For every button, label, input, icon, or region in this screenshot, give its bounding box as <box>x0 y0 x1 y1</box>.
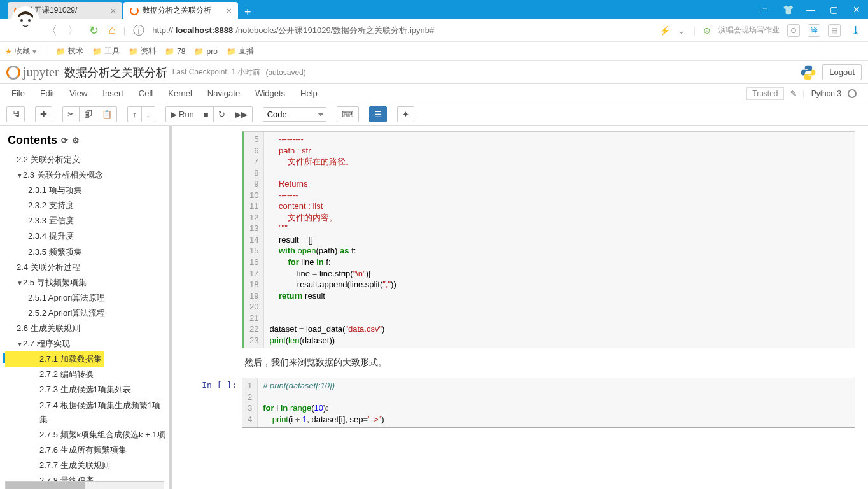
menu-navigate[interactable]: Navigate <box>207 89 240 98</box>
notebook-area[interactable]: 567891011121314151617181920212223 ------… <box>172 126 868 489</box>
toc-item[interactable]: ▼2.5 寻找频繁项集 <box>5 275 167 290</box>
toc-item[interactable]: ▼2.3 关联分析相关概念 <box>5 167 167 183</box>
browser-titlebar: 公开课191029/ × 数据分析之关联分析 × + ≡ 👕 — ▢ ✕ <box>0 0 868 19</box>
toc-item[interactable]: 2.3.2 支持度 <box>5 198 167 213</box>
edit-icon[interactable]: ✎ <box>790 89 797 98</box>
toc-item[interactable]: 2.7.1 加载数据集 <box>5 351 104 367</box>
save-button[interactable]: 🖫 <box>6 106 25 122</box>
toc-item[interactable]: 2.7.6 生成所有频繁项集 <box>5 443 167 458</box>
window-controls: ≡ 👕 — ▢ ✕ <box>753 0 868 19</box>
code-editor[interactable]: --------- path : str 文件所在的路径。 Returns --… <box>264 132 401 348</box>
toc-item[interactable]: 2.7.4 根据候选1项集生成频繁1项集 <box>5 398 167 427</box>
home-button[interactable]: ⌂ <box>106 22 118 38</box>
markdown-cell[interactable]: 然后，我们来浏览数据的大致形式。 <box>185 353 855 372</box>
toc-item[interactable]: 2.3.3 置信度 <box>5 213 167 229</box>
refresh-icon[interactable]: ⟳ <box>61 136 68 145</box>
toc-item[interactable]: 2.4 关联分析过程 <box>5 260 167 275</box>
bookmark-folder[interactable]: 📁工具 <box>92 46 120 57</box>
url-input[interactable]: http://localhost:8888/notebooks/公开课19102… <box>152 25 654 36</box>
menu-cell[interactable]: Cell <box>139 89 153 98</box>
new-tab-button[interactable]: + <box>239 6 256 19</box>
menu-insert[interactable]: Insert <box>102 89 123 98</box>
close-icon[interactable]: × <box>227 6 232 16</box>
toc-item[interactable]: 2.3.4 提升度 <box>5 229 167 244</box>
toc-item[interactable]: 2.2 关联分析定义 <box>5 152 167 167</box>
close-icon[interactable]: × <box>111 6 116 16</box>
jupyter-logo[interactable]: jupyter <box>6 65 59 80</box>
browser-tab-1[interactable]: 数据分析之关联分析 × <box>123 2 238 19</box>
toc-item[interactable]: 2.3.1 项与项集 <box>5 183 167 198</box>
browser-avatar[interactable] <box>10 5 41 36</box>
bookmark-folder[interactable]: 📁pro <box>194 47 217 56</box>
menu-kernel[interactable]: Kernel <box>168 89 192 98</box>
toc-item[interactable]: 2.7.2 编码转换 <box>5 367 167 382</box>
command-palette-button[interactable]: ✦ <box>397 106 414 122</box>
search-button[interactable]: Q <box>787 24 800 37</box>
cell-type-select[interactable]: Code <box>263 107 326 122</box>
toc-item[interactable]: ▼2.7 程序实现 <box>5 336 167 351</box>
search-hint: 演唱会现场写作业 <box>718 25 780 36</box>
menu-file[interactable]: File <box>11 89 25 98</box>
toc-item[interactable]: 2.7.7 生成关联规则 <box>5 458 167 473</box>
flash-icon[interactable]: ⚡ <box>659 25 670 36</box>
scan-icon[interactable]: ⊙ <box>703 25 711 36</box>
keyboard-button[interactable]: ⌨ <box>337 106 359 122</box>
extension-button[interactable]: ▤ <box>828 24 841 37</box>
toc-item[interactable]: 2.6 生成关联规则 <box>5 321 167 336</box>
chevron-down-icon[interactable]: ⌄ <box>678 25 685 36</box>
code-editor[interactable]: # print(dataset[:10]) for i in range(10)… <box>258 378 389 427</box>
horizontal-scrollbar[interactable] <box>5 481 164 489</box>
bookmark-folder[interactable]: 📁直播 <box>227 46 254 57</box>
trusted-indicator[interactable]: Trusted <box>746 87 783 100</box>
favorites-button[interactable]: ★收藏▾ <box>5 46 36 57</box>
cut-button[interactable]: ✂ <box>62 106 80 122</box>
toc-item[interactable]: 2.7.5 频繁k项集组合成候选k + 1项 <box>5 427 167 443</box>
info-icon[interactable]: ⓘ <box>130 22 147 39</box>
toc-item[interactable]: 2.3.5 频繁项集 <box>5 244 167 260</box>
menu-help[interactable]: Help <box>300 89 318 98</box>
toc-item[interactable]: 2.7.3 生成候选1项集列表 <box>5 382 167 397</box>
skin-icon[interactable]: 👕 <box>776 0 799 19</box>
code-cell[interactable]: In [ ]: 1234 # print(dataset[:10]) for i… <box>185 378 855 427</box>
logout-button[interactable]: Logout <box>822 64 862 80</box>
tab-title: 数据分析之关联分析 <box>143 5 211 16</box>
menu-view[interactable]: View <box>69 89 87 98</box>
minimize-button[interactable]: — <box>799 0 822 19</box>
back-button[interactable]: 〈 <box>43 22 60 39</box>
move-up-button[interactable]: ↑ <box>127 106 142 122</box>
svg-point-0 <box>11 6 39 34</box>
jupyter-header: jupyter 数据分析之关联分析 Last Checkpoint: 1 小时前… <box>0 61 868 84</box>
copy-button[interactable]: 🗐 <box>79 106 97 122</box>
paste-button[interactable]: 📋 <box>97 106 117 122</box>
insert-cell-button[interactable]: ✚ <box>35 106 52 122</box>
restart-run-all-button[interactable]: ▶▶ <box>230 106 253 122</box>
gear-icon[interactable]: ⚙ <box>72 136 80 145</box>
main-area: Contents ⟳ ⚙ 2.2 关联分析定义▼2.3 关联分析相关概念2.3.… <box>0 126 868 489</box>
toc-toggle-button[interactable]: ☰ <box>369 106 387 122</box>
notebook-title[interactable]: 数据分析之关联分析 <box>64 65 167 80</box>
translate-button[interactable]: 译 <box>808 24 820 37</box>
jupyter-favicon <box>130 6 139 15</box>
restart-button[interactable]: ↻ <box>213 106 230 122</box>
forward-button[interactable]: 〉 <box>65 22 81 39</box>
jupyter-icon <box>6 66 20 80</box>
bookmark-folder[interactable]: 📁78 <box>165 47 185 56</box>
download-button[interactable]: ⤓ <box>848 22 863 39</box>
bookmark-folder[interactable]: 📁资料 <box>129 46 156 57</box>
run-button[interactable]: ▶ Run <box>165 106 199 122</box>
code-cell[interactable]: 567891011121314151617181920212223 ------… <box>185 131 855 348</box>
menu-edit[interactable]: Edit <box>40 89 54 98</box>
python-logo-icon <box>799 64 817 82</box>
svg-point-2 <box>28 19 31 22</box>
toc-item[interactable]: 2.5.1 Apriori算法原理 <box>5 290 167 306</box>
bookmark-folder[interactable]: 📁技术 <box>56 46 83 57</box>
menu-widgets[interactable]: Widgets <box>255 89 285 98</box>
menu-icon[interactable]: ≡ <box>753 0 776 19</box>
interrupt-button[interactable]: ■ <box>199 106 214 122</box>
close-button[interactable]: ✕ <box>845 0 868 19</box>
maximize-button[interactable]: ▢ <box>822 0 845 19</box>
toc-item[interactable]: 2.5.2 Apriori算法流程 <box>5 306 167 321</box>
reload-button[interactable]: ↻ <box>87 22 101 39</box>
jupyter-brand-text: jupyter <box>23 65 59 80</box>
move-down-button[interactable]: ↓ <box>141 106 156 122</box>
